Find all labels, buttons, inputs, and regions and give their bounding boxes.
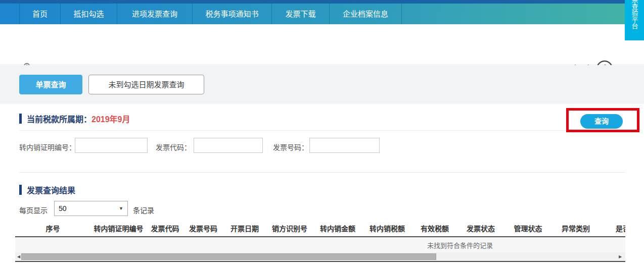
table-border-line bbox=[15, 261, 625, 262]
no-records-message: 未找到符合条件的记录 bbox=[427, 240, 493, 250]
side-tab-label: 票查验平台 bbox=[630, 0, 639, 29]
top-accent-strip bbox=[0, 0, 644, 4]
column-header-manage-status: 管理状态 bbox=[504, 223, 552, 233]
scroll-right-arrow-icon[interactable]: ▶ bbox=[617, 252, 624, 261]
page-size-prefix-label: 每页显示 bbox=[19, 205, 48, 215]
column-header-seq: 序号 bbox=[15, 223, 90, 233]
column-header-invoice-status: 发票状态 bbox=[457, 223, 504, 233]
invoice-check-platform-side-tab[interactable]: 票查验平台 bbox=[625, 0, 644, 40]
column-header-abnormal-type: 异常类别 bbox=[552, 223, 600, 233]
nav-item-input-invoice-query[interactable]: 进项发票查询 bbox=[117, 4, 193, 24]
column-header-tax-amount: 转内销税额 bbox=[362, 223, 412, 233]
nav-item-invoice-download[interactable]: 发票下载 bbox=[272, 4, 330, 24]
nav-items: 首页 抵扣勾选 进项发票查询 税务事项通知书 发票下载 企业档案信息 bbox=[19, 4, 402, 24]
page-size-suffix-label: 条记录 bbox=[133, 205, 154, 215]
table-empty-row: 未找到符合条件的记录 bbox=[15, 237, 625, 252]
column-header-truncated: 是否 bbox=[600, 223, 625, 233]
invoice-query-results-header: 发票查询结果 bbox=[19, 184, 75, 196]
invoice-code-label: 发票代码： bbox=[156, 142, 191, 152]
invoice-number-label: 发票号码： bbox=[273, 142, 308, 152]
page-size-select[interactable]: 50 ▼ bbox=[54, 201, 128, 216]
breadcrumb-bar: 当前位置：首页 - 进项发票查询 - 出口转内销发票查询 帮助 bbox=[0, 24, 644, 65]
column-header-invoice-no: 发票号码 bbox=[183, 223, 223, 233]
scrollbar-thumb[interactable] bbox=[21, 253, 436, 260]
page-size-value: 50 bbox=[59, 204, 67, 213]
current-tax-period-header: 当前税款所属期： 2019年9月 bbox=[19, 113, 130, 125]
main-navbar: 首页 抵扣勾选 进项发票查询 税务事项通知书 发票下载 企业档案信息 bbox=[0, 4, 644, 24]
results-table-header-row: 序号 转内销证明编号 发票代码 发票号码 开票日期 销方识别号 转内销金额 转内… bbox=[15, 220, 625, 236]
column-header-invoice-code: 发票代码 bbox=[147, 223, 183, 233]
column-header-valid-tax: 有效税额 bbox=[412, 223, 457, 233]
divider bbox=[19, 130, 625, 131]
nav-item-company-archive[interactable]: 企业档案信息 bbox=[330, 4, 402, 24]
section-accent-bar bbox=[19, 114, 22, 124]
nav-item-deduction-check[interactable]: 抵扣勾选 bbox=[61, 4, 117, 24]
invoice-query-results-title: 发票查询结果 bbox=[27, 184, 75, 196]
query-button[interactable]: 查询 bbox=[580, 114, 623, 129]
invoice-code-input[interactable] bbox=[194, 138, 263, 153]
certificate-number-label: 转内销证明编号： bbox=[19, 142, 76, 152]
section-accent-bar bbox=[19, 185, 22, 195]
invoice-number-input[interactable] bbox=[309, 138, 380, 153]
column-header-amount: 转内销金额 bbox=[313, 223, 362, 233]
certificate-number-input[interactable] bbox=[75, 138, 148, 153]
tab-undue-check-date-invoice-query[interactable]: 未到勾选日期发票查询 bbox=[88, 75, 204, 94]
divider bbox=[19, 172, 625, 173]
nav-item-tax-notice[interactable]: 税务事项通知书 bbox=[193, 4, 272, 24]
column-header-certificate-no: 转内销证明编号 bbox=[90, 223, 147, 233]
nav-item-home[interactable]: 首页 bbox=[19, 4, 61, 24]
horizontal-scrollbar[interactable]: ◀ ▶ bbox=[15, 252, 625, 261]
column-header-seller-id: 销方识别号 bbox=[266, 223, 313, 233]
chevron-down-icon: ▼ bbox=[119, 201, 123, 216]
current-tax-period-label: 当前税款所属期： bbox=[27, 113, 91, 125]
current-tax-period-value: 2019年9月 bbox=[91, 113, 130, 125]
results-table: 序号 转内销证明编号 发票代码 发票号码 开票日期 销方识别号 转内销金额 转内… bbox=[15, 220, 625, 264]
column-header-issue-date: 开票日期 bbox=[223, 223, 266, 233]
tab-single-invoice-query[interactable]: 单票查询 bbox=[19, 75, 82, 94]
